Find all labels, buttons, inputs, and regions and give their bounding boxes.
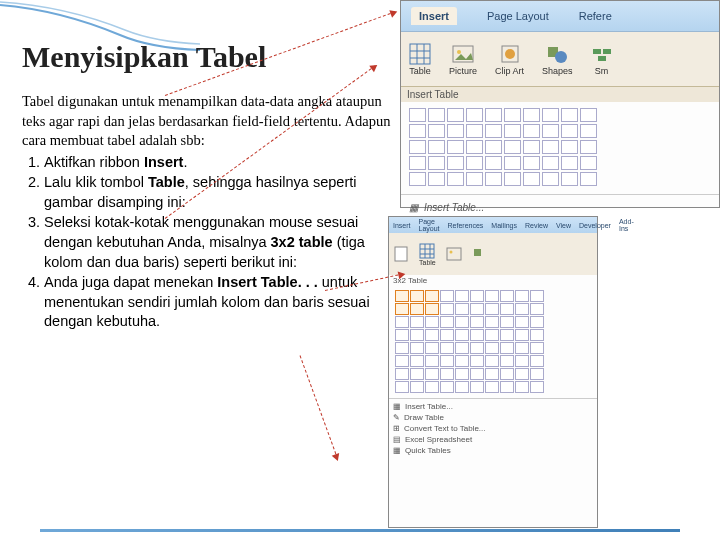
picture-button[interactable]: Picture	[449, 43, 477, 76]
clipart-button[interactable]: Clip Art	[495, 43, 524, 76]
svg-rect-20	[447, 248, 461, 260]
menu2-draw[interactable]: ✎Draw Table	[393, 412, 593, 423]
table-grid-2[interactable]	[389, 286, 597, 398]
step-1: Aktifkan ribbon Insert.	[44, 153, 392, 173]
screenshot-selection: Insert Page Layout References Mailings R…	[388, 216, 598, 528]
tab-insert[interactable]: Insert	[411, 7, 457, 25]
table-icon	[409, 43, 431, 65]
svg-point-10	[555, 51, 567, 63]
grid-icon-2: ▦	[393, 402, 401, 411]
picture-icon-2	[446, 246, 462, 262]
step-2: Lalu klik tombol Table, sehingga hasilny…	[44, 173, 392, 212]
menu-insert-table[interactable]: ▦Insert Table...	[407, 199, 713, 215]
intro-paragraph: Tabel digunakan untuk menampilkan data-d…	[22, 92, 392, 151]
picture-icon	[452, 43, 474, 65]
steps-list: Aktifkan ribbon Insert. Lalu klik tombol…	[22, 153, 392, 332]
ribbon-tabs: Insert Page Layout Refere	[401, 1, 719, 32]
convert-icon-2: ⊞	[393, 424, 400, 433]
shapes-button-2[interactable]	[472, 246, 488, 262]
screenshot-ribbon: Insert Page Layout Refere Table Picture …	[400, 0, 720, 208]
table-menu-2: ▦Insert Table... ✎Draw Table ⊞Convert Te…	[389, 398, 597, 458]
picture-button-2[interactable]	[446, 246, 462, 262]
svg-rect-12	[603, 49, 611, 54]
clipart-icon	[499, 43, 521, 65]
svg-point-6	[457, 50, 461, 54]
shapes-button[interactable]: Shapes	[542, 43, 573, 76]
smartart-icon	[591, 43, 613, 65]
table-button-2[interactable]: Table	[419, 243, 436, 266]
ribbon2-tabs: Insert Page Layout References Mailings R…	[389, 217, 597, 233]
step-4: Anda juga dapat menekan Insert Table. . …	[44, 273, 392, 332]
ribbon2-body: Table	[389, 233, 597, 275]
ribbon-body: Table Picture Clip Art Shapes Sm	[401, 32, 719, 87]
main-content: Menyisipkan Tabel Tabel digunakan untuk …	[22, 40, 392, 333]
svg-rect-0	[410, 44, 430, 64]
shapes-icon-2	[472, 246, 488, 262]
svg-rect-14	[395, 247, 407, 261]
svg-rect-11	[593, 49, 601, 54]
table-button[interactable]: Table	[409, 43, 431, 76]
menu2-insert[interactable]: ▦Insert Table...	[393, 401, 593, 412]
grid-label-2: 3x2 Table	[389, 275, 597, 286]
excel-icon-2: ▤	[393, 435, 401, 444]
grid-label: Insert Table	[401, 87, 719, 102]
svg-rect-22	[474, 249, 481, 256]
tab-references[interactable]: Refere	[579, 10, 612, 22]
smartart-button[interactable]: Sm	[591, 43, 613, 76]
svg-rect-13	[598, 56, 606, 61]
page-title: Menyisipkan Tabel	[22, 40, 392, 74]
menu2-quick[interactable]: ▦Quick Tables	[393, 445, 593, 456]
tab-page-layout[interactable]: Page Layout	[487, 10, 549, 22]
shapes-icon	[546, 43, 568, 65]
table-grid[interactable]	[401, 102, 719, 194]
cover-page-button[interactable]	[393, 246, 409, 262]
table-icon-2	[419, 243, 435, 259]
pencil-icon-2: ✎	[393, 413, 400, 422]
quick-icon-2: ▦	[393, 446, 401, 455]
svg-point-21	[449, 251, 452, 254]
decorative-footer-line	[40, 529, 680, 532]
grid-icon: ▦	[407, 201, 419, 213]
step-3: Seleksi kotak-kotak menggunakan mouse se…	[44, 213, 392, 272]
arrow-4	[300, 355, 339, 459]
svg-rect-15	[420, 244, 434, 258]
page-icon	[393, 246, 409, 262]
svg-point-8	[505, 49, 515, 59]
menu2-excel[interactable]: ▤Excel Spreadsheet	[393, 434, 593, 445]
menu2-convert[interactable]: ⊞Convert Text to Table...	[393, 423, 593, 434]
